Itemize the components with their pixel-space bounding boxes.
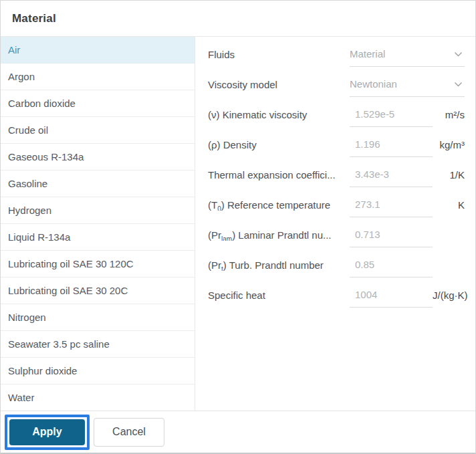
material-item-lubricating-oil-sae-30-120c[interactable]: Lubricating oil SAE 30 120C [1,251,195,277]
material-dialog: Material AirArgonCarbon dioxideCrude oil… [0,0,476,454]
material-item-label: Argon [8,71,35,82]
material-item-carbon-dioxide[interactable]: Carbon dioxide [1,90,195,117]
field-label-laminar-prandtl-number: (Prlam) Laminar Prandtl nu... [208,229,350,241]
field-control-fluids: Material [350,48,465,67]
material-item-sulphur-dioxide[interactable]: Sulphur dioxide [1,358,195,384]
material-item-lubricating-oil-sae-30-20c[interactable]: Lubricating oil SAE 30 20C [1,277,195,304]
form-row-kinematic-viscosity: (ν) Kinematic viscosity1.529e-5m²/s [208,108,465,138]
viscosity-model-select[interactable]: Newtonian [350,78,465,97]
form-row-viscosity-model: Viscosity modelNewtonian [208,78,465,108]
reference-temperature-unit: K [433,199,465,211]
form-row-density: (ρ) Density1.196kg/m³ [208,138,465,168]
material-item-label: Liquid R-134a [8,231,70,243]
material-item-gaseous-r-134a[interactable]: Gaseous R-134a [1,144,195,171]
field-control-density: 1.196kg/m³ [350,138,465,157]
form-row-fluids: FluidsMaterial [208,48,465,78]
material-item-air[interactable]: Air [1,37,195,64]
materials-list: AirArgonCarbon dioxideCrude oilGaseous R… [1,37,195,411]
material-item-gasoline[interactable]: Gasoline [1,171,195,197]
kinematic-viscosity-unit: m²/s [433,108,465,120]
form-row-specific-heat: Specific heat1004J/(kg·K) [208,289,465,319]
material-item-label: Nitrogen [8,312,46,323]
specific-heat-input[interactable]: 1004 [350,289,433,308]
material-item-label: Air [8,44,20,55]
field-control-turbulent-prandtl-number: 0.85 [350,259,465,277]
material-item-seawater-3-5-pc-saline[interactable]: Seawater 3.5 pc saline [1,331,195,358]
field-label-reference-temperature: (T0) Reference temperature [208,199,350,211]
form-row-turbulent-prandtl-number: (Prt) Turb. Prandtl number0.85 [208,259,465,289]
field-control-kinematic-viscosity: 1.529e-5m²/s [350,108,465,127]
field-control-laminar-prandtl-number: 0.713 [350,229,465,247]
viscosity-model-selected-value: Newtonian [350,78,397,90]
form-row-laminar-prandtl-number: (Prlam) Laminar Prandtl nu...0.713 [208,229,465,259]
fluids-select[interactable]: Material [350,48,465,67]
specific-heat-unit: J/(kg·K) [433,289,468,301]
material-item-label: Seawater 3.5 pc saline [8,338,110,350]
thermal-expansion-coefficient-unit: 1/K [433,168,465,181]
material-item-crude-oil[interactable]: Crude oil [1,117,195,144]
field-control-viscosity-model: Newtonian [350,78,465,97]
form-row-reference-temperature: (T0) Reference temperature273.1K [208,199,465,229]
field-label-viscosity-model: Viscosity model [208,78,350,90]
reference-temperature-input[interactable]: 273.1 [350,199,433,217]
material-item-liquid-r-134a[interactable]: Liquid R-134a [1,224,195,251]
field-label-fluids: Fluids [208,48,350,60]
material-item-label: Gaseous R-134a [8,151,84,162]
cancel-button[interactable]: Cancel [94,418,164,447]
material-item-water[interactable]: Water [1,384,195,411]
field-label-turbulent-prandtl-number: (Prt) Turb. Prandtl number [208,259,350,271]
fluids-selected-value: Material [350,48,385,60]
dialog-header: Material [1,1,475,37]
apply-button-highlight: Apply [5,415,90,450]
dialog-title: Material [12,12,56,25]
field-label-kinematic-viscosity: (ν) Kinematic viscosity [208,108,350,120]
field-control-reference-temperature: 273.1K [350,199,465,217]
material-item-label: Crude oil [8,124,48,136]
laminar-prandtl-number-input[interactable]: 0.713 [350,229,433,247]
material-item-argon[interactable]: Argon [1,64,195,90]
thermal-expansion-coefficient-input[interactable]: 3.43e-3 [350,168,433,187]
material-item-nitrogen[interactable]: Nitrogen [1,304,195,331]
chevron-down-icon [454,51,463,57]
dialog-body: AirArgonCarbon dioxideCrude oilGaseous R… [1,37,475,411]
material-item-label: Sulphur dioxide [8,365,77,376]
form-row-thermal-expansion-coefficient: Thermal expansion coeffici...3.43e-31/K [208,168,465,199]
density-unit: kg/m³ [433,138,465,150]
kinematic-viscosity-input[interactable]: 1.529e-5 [350,108,433,127]
field-label-specific-heat: Specific heat [208,289,350,301]
material-item-hydrogen[interactable]: Hydrogen [1,197,195,224]
material-item-label: Lubricating oil SAE 30 120C [8,258,134,269]
field-label-thermal-expansion-coefficient: Thermal expansion coeffici... [208,168,350,181]
apply-button[interactable]: Apply [9,419,85,445]
material-item-label: Gasoline [8,178,47,189]
material-item-label: Water [8,392,34,403]
material-item-label: Hydrogen [8,205,51,216]
dialog-footer: Apply Cancel [1,411,475,453]
properties-form: FluidsMaterialViscosity modelNewtonian(ν… [195,37,475,411]
field-control-specific-heat: 1004J/(kg·K) [350,289,468,308]
chevron-down-icon [454,82,463,87]
turbulent-prandtl-number-input[interactable]: 0.85 [350,259,433,277]
material-item-label: Lubricating oil SAE 30 20C [8,285,128,296]
field-control-thermal-expansion-coefficient: 3.43e-31/K [350,168,465,187]
field-label-density: (ρ) Density [208,138,350,150]
material-item-label: Carbon dioxide [8,98,76,109]
density-input[interactable]: 1.196 [350,138,433,157]
